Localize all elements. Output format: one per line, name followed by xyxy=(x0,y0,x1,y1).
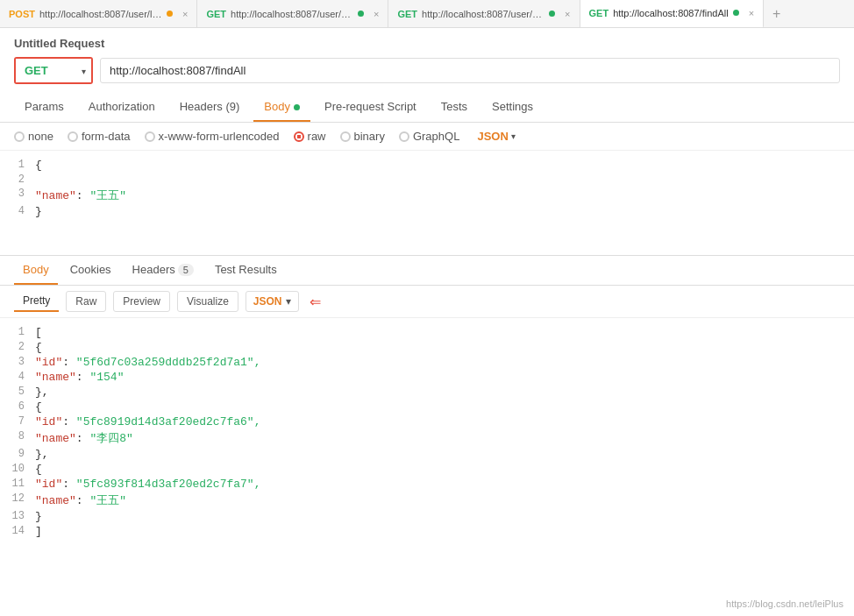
code-brace: { xyxy=(35,400,42,414)
radio-indicator xyxy=(145,131,155,142)
tab-close-icon[interactable]: × xyxy=(749,8,754,18)
line-number: 4 xyxy=(0,205,35,217)
resp-code-line: 8 "name": "李四8" xyxy=(0,429,854,447)
sub-tab-settings[interactable]: Settings xyxy=(481,93,544,122)
code-value: "5f6d7c03a259dddb25f2d7a1", xyxy=(76,356,261,369)
body-type-binary[interactable]: binary xyxy=(340,130,385,143)
tab-url-label: http://localhost:8087/user/getU... xyxy=(231,9,353,19)
sub-tab-dot xyxy=(294,104,300,110)
resp-code-line: 4 "name": "154" xyxy=(0,370,854,385)
tab-close-icon[interactable]: × xyxy=(374,9,379,19)
body-type-x-www-form-urlencoded[interactable]: x-www-form-urlencoded xyxy=(145,130,280,143)
resp-code-line: 12 "name": "王五" xyxy=(0,492,854,509)
resp-code-line: 7 "id": "5fc8919d14d3af20ed2c7fa6", xyxy=(0,414,854,429)
sub-tab-pre-request-script[interactable]: Pre-request Script xyxy=(314,93,427,122)
code-content: "id": "5fc8919d14d3af20ed2c7fa6", xyxy=(35,415,854,428)
tab-tab4[interactable]: GET http://localhost:8087/findAll × xyxy=(580,0,765,28)
add-tab-button[interactable]: + xyxy=(764,6,789,22)
code-value: "154" xyxy=(89,371,124,384)
line-number: 1 xyxy=(0,326,35,338)
resp-code-line: 3 "id": "5f6d7c03a259dddb25f2d7a1", xyxy=(0,355,854,370)
resp-format-arrow-icon: ▾ xyxy=(286,295,291,308)
sub-tab-tests[interactable]: Tests xyxy=(431,93,478,122)
sub-tab-body[interactable]: Body xyxy=(253,93,310,122)
sub-tab-label: Headers (9) xyxy=(180,100,240,113)
code-value: "王五" xyxy=(89,494,126,507)
tab-method-label: GET xyxy=(397,9,417,19)
code-content: "name": "王五" xyxy=(35,188,854,203)
response-tabs: BodyCookiesHeaders5Test Results xyxy=(0,256,854,286)
resp-code-line: 14] xyxy=(0,524,854,537)
sub-tab-label: Body xyxy=(264,100,290,113)
format-dropdown[interactable]: JSON ▾ xyxy=(477,130,515,143)
resp-format-btn-pretty[interactable]: Pretty xyxy=(14,291,59,312)
url-input[interactable] xyxy=(100,58,840,83)
code-content: { xyxy=(35,341,854,354)
resp-btn-label: Pretty xyxy=(23,294,50,307)
radio-label: x-www-form-urlencoded xyxy=(159,130,280,143)
resp-btn-label: Preview xyxy=(123,295,160,308)
code-key: "name" xyxy=(35,432,76,445)
resp-tab-body[interactable]: Body xyxy=(14,256,58,285)
response-section: BodyCookiesHeaders5Test Results PrettyRa… xyxy=(0,256,854,537)
wrap-icon: ⇐ xyxy=(310,294,321,309)
resp-wrap-button[interactable]: ⇐ xyxy=(310,294,321,310)
sub-tab-authorization[interactable]: Authorization xyxy=(78,93,166,122)
line-number: 12 xyxy=(0,492,35,505)
tab-tab3[interactable]: GET http://localhost:8087/user/getU... × xyxy=(388,0,580,28)
resp-tab-headers[interactable]: Headers5 xyxy=(124,256,203,285)
body-type-GraphQL[interactable]: GraphQL xyxy=(399,130,459,143)
resp-format-btn-preview[interactable]: Preview xyxy=(113,291,170,312)
sub-tab-label: Params xyxy=(25,100,64,113)
resp-code-line: 9 }, xyxy=(0,447,854,462)
req-code-line: 2 xyxy=(0,173,854,187)
body-type-none[interactable]: none xyxy=(14,130,53,143)
resp-tab-label: Test Results xyxy=(215,263,277,276)
code-content: "name": "李四8" xyxy=(35,430,854,446)
resp-tab-test-results[interactable]: Test Results xyxy=(206,256,286,285)
line-number: 10 xyxy=(0,463,35,475)
tab-method-label: POST xyxy=(9,9,35,19)
tab-tab2[interactable]: GET http://localhost:8087/user/getU... × xyxy=(197,0,388,28)
resp-json-dropdown[interactable]: JSON ▾ xyxy=(246,291,299,312)
tab-close-icon[interactable]: × xyxy=(565,9,570,19)
resp-tab-cookies[interactable]: Cookies xyxy=(61,256,120,285)
body-type-form-data[interactable]: form-data xyxy=(68,130,131,143)
tab-close-icon[interactable]: × xyxy=(182,9,188,19)
tabs-bar: POST http://localhost:8087/user/logi... … xyxy=(0,0,854,28)
tab-tab1[interactable]: POST http://localhost:8087/user/logi... … xyxy=(0,0,197,28)
resp-code-line: 2 { xyxy=(0,340,854,355)
body-type-raw[interactable]: raw xyxy=(294,130,326,143)
code-brace: }, xyxy=(35,386,49,399)
code-key: "id" xyxy=(35,356,62,369)
code-content: "name": "154" xyxy=(35,371,854,384)
code-content: }, xyxy=(35,386,854,399)
request-body-editor[interactable]: 1{23"name": "王五"4} xyxy=(0,151,854,256)
resp-code-line: 13 } xyxy=(0,509,854,524)
resp-code-line: 10 { xyxy=(0,462,854,477)
radio-label: GraphQL xyxy=(413,130,459,143)
code-brace: ] xyxy=(35,525,42,537)
code-key: "id" xyxy=(35,478,62,491)
code-brace: { xyxy=(35,159,42,172)
code-content: "id": "5f6d7c03a259dddb25f2d7a1", xyxy=(35,356,854,369)
sub-tab-headers-9[interactable]: Headers (9) xyxy=(169,93,251,122)
code-colon: : xyxy=(76,432,90,445)
method-select[interactable]: GET POST PUT DELETE xyxy=(16,59,91,82)
code-content: { xyxy=(35,400,854,414)
code-brace: }, xyxy=(35,448,49,461)
radio-label: form-data xyxy=(82,130,131,143)
resp-format-btn-visualize[interactable]: Visualize xyxy=(177,291,238,312)
resp-format-btn-raw[interactable]: Raw xyxy=(66,291,106,312)
body-type-row: none form-data x-www-form-urlencoded raw… xyxy=(0,123,854,151)
sub-tab-params[interactable]: Params xyxy=(14,93,75,122)
request-title: Untitled Request xyxy=(0,28,854,57)
line-number: 13 xyxy=(0,510,35,522)
line-number: 1 xyxy=(0,159,35,171)
tab-url-label: http://localhost:8087/user/getU... xyxy=(422,9,544,19)
code-colon: : xyxy=(62,415,76,428)
request-title-text: Untitled Request xyxy=(14,37,104,50)
resp-btn-label: Visualize xyxy=(187,295,229,308)
resp-code-line: 5 }, xyxy=(0,385,854,400)
radio-indicator xyxy=(399,131,409,142)
